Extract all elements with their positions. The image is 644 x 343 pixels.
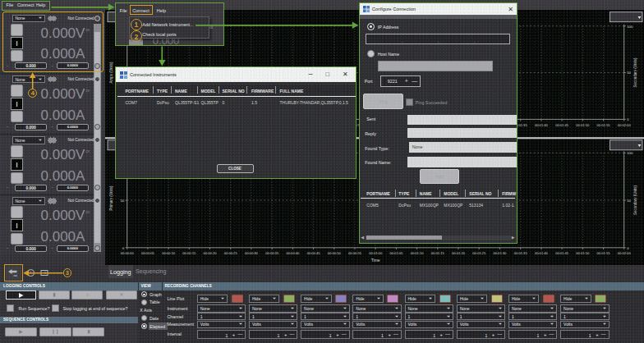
svg-text:00:01:50: 00:01:50 xyxy=(576,251,590,255)
svg-text:00:00:35: 00:00:35 xyxy=(265,251,279,255)
svg-text:00:00:50: 00:00:50 xyxy=(328,251,342,255)
svg-text:00:01:25: 00:01:25 xyxy=(472,251,486,255)
svg-text:00:00:15: 00:00:15 xyxy=(182,251,196,255)
svg-text:00:01:40: 00:01:40 xyxy=(535,251,549,255)
svg-text:00:00:30: 00:00:30 xyxy=(245,251,259,255)
svg-text:00:01:30: 00:01:30 xyxy=(493,251,507,255)
svg-text:00:00:05: 00:00:05 xyxy=(141,251,155,255)
svg-text:00:01:05: 00:01:05 xyxy=(389,251,403,255)
svg-text:00:01:45: 00:01:45 xyxy=(555,251,569,255)
svg-text:00:01:40: 00:01:40 xyxy=(535,123,549,127)
svg-text:00:01:45: 00:01:45 xyxy=(555,123,569,127)
svg-text:00:02:00: 00:02:00 xyxy=(618,251,632,255)
svg-text:100: 100 xyxy=(627,25,633,29)
svg-text:00:02:00: 00:02:00 xyxy=(618,123,632,127)
svg-text:50: 50 xyxy=(627,71,631,75)
svg-text:Secondary (Units): Secondary (Units) xyxy=(633,185,637,216)
svg-text:00:01:00: 00:01:00 xyxy=(369,251,383,255)
svg-text:Primary (Units): Primary (Units) xyxy=(109,185,113,211)
svg-text:00:00:45: 00:00:45 xyxy=(307,251,321,255)
svg-text:00:00:40: 00:00:40 xyxy=(286,251,300,255)
svg-text:00:00:25: 00:00:25 xyxy=(224,251,238,255)
svg-text:00:01:50: 00:01:50 xyxy=(576,123,590,127)
svg-text:Secondary (Units): Secondary (Units) xyxy=(633,57,637,88)
svg-text:00:01:15: 00:01:15 xyxy=(431,251,445,255)
svg-text:00:00:55: 00:00:55 xyxy=(348,251,362,255)
svg-text:00:01:10: 00:01:10 xyxy=(411,251,425,255)
svg-text:00:01:55: 00:01:55 xyxy=(597,123,611,127)
svg-text:00:00:20: 00:00:20 xyxy=(204,251,218,255)
svg-text:100: 100 xyxy=(627,151,633,155)
svg-text:Time: Time xyxy=(371,258,380,263)
svg-text:00:01:35: 00:01:35 xyxy=(514,251,528,255)
svg-text:00:01:55: 00:01:55 xyxy=(597,251,611,255)
svg-text:00:00:00: 00:00:00 xyxy=(121,251,135,255)
svg-text:50: 50 xyxy=(120,199,124,203)
svg-text:00:00:10: 00:00:10 xyxy=(162,251,176,255)
svg-text:Amps (Units): Amps (Units) xyxy=(109,62,113,84)
svg-text:00:01:20: 00:01:20 xyxy=(452,251,466,255)
svg-text:50: 50 xyxy=(627,199,631,203)
